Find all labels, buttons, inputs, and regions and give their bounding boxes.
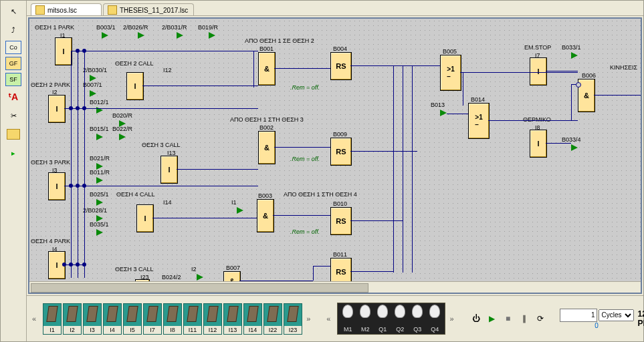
diagram-canvas[interactable]: ΘΕΣΗ 1 PARK I1 I B003/1 2/B026/R 2/B031/…: [29, 19, 641, 281]
pause-button[interactable]: ∥: [518, 313, 530, 325]
rs-block-b004[interactable]: RS: [330, 52, 352, 80]
switch-i12[interactable]: I12: [203, 303, 222, 335]
junction-dot: [82, 184, 86, 188]
and-block-b007[interactable]: &: [223, 271, 241, 281]
wire: [253, 51, 254, 88]
label-b033-4: B033/4: [562, 136, 581, 143]
label-b009: B009: [333, 131, 347, 138]
label-i2b: I2: [191, 266, 197, 273]
gf-tool[interactable]: GF: [5, 57, 21, 70]
label-b003: B003: [258, 192, 272, 199]
cycles-control: Cycles 0: [560, 309, 634, 329]
junction-dot: [76, 184, 80, 188]
label-park1: ΘΕΣΗ 1 PARK: [35, 24, 74, 31]
junction-dot: [69, 184, 73, 188]
label-b010: B010: [333, 200, 347, 207]
run-tool[interactable]: ▸: [5, 145, 22, 161]
switch-lever: [287, 306, 298, 322]
wire: [313, 266, 314, 281]
junction-dot: [69, 263, 73, 267]
cycles-input[interactable]: [560, 309, 597, 322]
stop-button[interactable]: ■: [502, 313, 514, 325]
flag-icon: [96, 177, 103, 184]
scroll-left-icon[interactable]: «: [326, 315, 330, 323]
switch-i4[interactable]: I4: [103, 303, 122, 335]
input-block-i8[interactable]: I: [530, 130, 547, 158]
power-button[interactable]: ⏻: [470, 313, 482, 325]
switch-i23[interactable]: I23: [284, 303, 302, 335]
switch-i14[interactable]: I14: [243, 303, 262, 335]
clock: 12:02:48 PM: [638, 309, 645, 328]
scroll-right-icon[interactable]: »: [449, 315, 453, 323]
input-block-i13[interactable]: I: [160, 156, 178, 184]
cut-tool[interactable]: ✂: [5, 108, 22, 124]
wire: [350, 220, 403, 221]
switch-label: I23: [284, 326, 302, 334]
input-block-i14[interactable]: I: [136, 204, 154, 232]
switch-i5[interactable]: I5: [123, 303, 142, 335]
switch-label: I22: [264, 326, 282, 334]
switch-i13[interactable]: I13: [223, 303, 242, 335]
inverter-dot: [576, 82, 581, 88]
wire: [350, 65, 440, 66]
rs-block-b010[interactable]: RS: [330, 207, 352, 235]
block-tool[interactable]: [5, 126, 22, 142]
switch-label: I12: [204, 326, 221, 334]
label-b035-1: B035/1: [90, 221, 109, 228]
step-button[interactable]: ⟳: [534, 313, 546, 325]
or-block-b014[interactable]: >1 −: [468, 103, 490, 139]
switch-i8[interactable]: I8: [163, 303, 182, 335]
label-b033-1: B033/1: [562, 44, 581, 51]
switch-label: I2: [64, 326, 81, 334]
tab-mitsos[interactable]: mitsos.lsc: [31, 3, 102, 15]
play-button[interactable]: ▶: [486, 313, 498, 325]
tab-theseis[interactable]: THESEIS_11_2017.lsc: [103, 3, 194, 15]
input-block-i7[interactable]: I: [530, 57, 547, 86]
horizontal-scrollbar[interactable]: [29, 281, 641, 293]
switch-i1[interactable]: I1: [43, 303, 62, 335]
scroll-right-icon[interactable]: »: [306, 315, 310, 323]
switch-lever: [247, 306, 258, 322]
label-title13: ΑΠΟ ΘΕΣΗ 1 ΣΤΗ ΘΕΣΗ 3: [230, 116, 304, 123]
input-block-i3[interactable]: I: [48, 172, 66, 200]
wire: [350, 271, 393, 272]
label-park2: ΘΕΣH 2 PARK: [31, 81, 70, 88]
connector-tool[interactable]: ⤴: [5, 22, 22, 38]
and-block-b002[interactable]: &: [258, 131, 276, 164]
file-icon: [35, 5, 45, 15]
input-block-i12[interactable]: I: [126, 72, 144, 100]
wire: [71, 51, 258, 51]
rs-block-b009[interactable]: RS: [330, 138, 352, 166]
switch-i7[interactable]: I7: [143, 303, 162, 335]
text-tool[interactable]: ᵗA: [5, 89, 22, 105]
switch-label: I1: [43, 326, 61, 334]
wire: [571, 84, 572, 120]
sf-tool[interactable]: SF: [5, 73, 21, 86]
input-block-i1[interactable]: I: [55, 37, 72, 65]
cycles-unit-select[interactable]: Cycles: [599, 309, 634, 321]
switch-i22[interactable]: I22: [263, 303, 282, 335]
junction-dot: [76, 263, 80, 267]
output-label: Q3: [413, 326, 421, 333]
and-block-b001[interactable]: &: [258, 52, 276, 86]
and-block-b003[interactable]: &: [257, 199, 274, 232]
label-b026r: 2/B026/R: [123, 24, 148, 31]
switch-lever: [46, 306, 58, 322]
wire: [460, 72, 578, 73]
rs-block-b011[interactable]: RS: [330, 258, 352, 281]
cycles-current: 0: [595, 322, 599, 329]
co-tool[interactable]: Co: [5, 41, 21, 54]
switch-label: I4: [104, 326, 121, 334]
scroll-thumb[interactable]: [31, 283, 368, 293]
pointer-tool[interactable]: ↖: [5, 3, 22, 19]
switch-i3[interactable]: I3: [83, 303, 102, 335]
bulb-icon: [412, 305, 423, 318]
switch-i11[interactable]: I11: [183, 303, 202, 335]
scroll-left-icon[interactable]: «: [32, 315, 36, 323]
or-block-b005[interactable]: >1 −: [440, 55, 461, 91]
label-b031r: 2/B031/R: [162, 24, 187, 31]
input-block-i2[interactable]: I: [48, 95, 66, 123]
output-label: Q1: [379, 326, 387, 333]
flag-icon: [237, 207, 243, 214]
switch-i2[interactable]: I2: [63, 303, 82, 335]
